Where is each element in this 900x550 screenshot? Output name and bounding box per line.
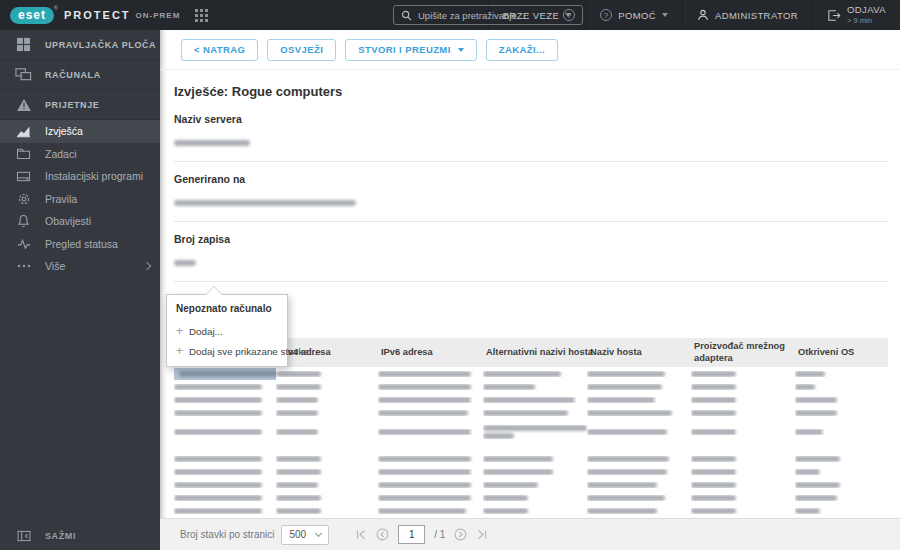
last-page-button[interactable] — [476, 529, 488, 540]
installers-icon — [15, 170, 32, 183]
pagination-bar: Broj stavki po stranici 500 1 / 1 — [160, 518, 900, 550]
chevron-down-icon — [315, 529, 322, 536]
redacted-value — [378, 410, 468, 416]
table-row[interactable] — [174, 478, 888, 491]
logout-button[interactable]: ODJAVA > 9 min — [812, 0, 900, 30]
redacted-value — [483, 469, 553, 475]
redacted-value — [378, 384, 471, 390]
collapse-icon — [15, 530, 32, 542]
first-page-button[interactable] — [355, 529, 367, 540]
table-cell — [795, 410, 888, 416]
refresh-button[interactable]: OSVJEŽI — [267, 39, 336, 61]
table-row[interactable] — [174, 419, 888, 445]
table-cell — [378, 469, 483, 475]
sidebar-item-obavijesti[interactable]: Obavijesti — [0, 210, 160, 233]
search-input[interactable]: Upišite za pretraživanje... ? — [393, 5, 583, 25]
table-cell — [276, 371, 378, 377]
table-cell — [587, 456, 691, 462]
table-cell — [483, 469, 587, 475]
table-row[interactable] — [174, 491, 888, 504]
redacted-value — [276, 410, 318, 416]
table-cell — [587, 495, 691, 501]
sidebar-spacer — [0, 278, 160, 523]
column-header[interactable]: Naziv hosta — [587, 344, 691, 362]
generate-download-button[interactable]: STVORI I PREUZMI — [345, 39, 476, 61]
table-cell — [276, 508, 378, 514]
redacted-value — [795, 508, 820, 514]
column-header[interactable]: Proizvođač mrežnog adaptera — [691, 338, 795, 367]
context-menu-title: Nepoznato računalo — [167, 303, 287, 321]
redacted-value — [691, 508, 736, 514]
top-bar: eset® PROTECT ON-PREM Upišite za pretraž… — [0, 0, 900, 30]
table-row[interactable] — [174, 406, 888, 419]
redacted-value — [795, 469, 820, 475]
redacted-value — [691, 495, 736, 501]
redacted-value — [174, 456, 262, 462]
table-cell — [174, 469, 276, 475]
table-row[interactable] — [174, 465, 888, 478]
table-row[interactable] — [174, 452, 888, 465]
next-page-button[interactable] — [454, 528, 467, 541]
sidebar-item-izvjesca[interactable]: Izvješća — [0, 120, 160, 143]
table-cell — [691, 456, 795, 462]
plus-icon: + — [176, 325, 183, 337]
chevron-down-icon — [662, 13, 668, 17]
column-header[interactable]: Alternativni nazivi hosta — [483, 344, 587, 362]
table-cell — [691, 508, 795, 514]
table-cell — [483, 410, 587, 416]
context-menu-item[interactable]: +Dodaj sve prikazane stavke... — [167, 341, 287, 361]
sidebar-item-vise[interactable]: Više — [0, 255, 160, 278]
back-button[interactable]: < NATRAG — [181, 39, 258, 61]
redacted-value — [483, 433, 514, 439]
column-header[interactable]: IPv6 adresa — [378, 344, 483, 362]
table-row[interactable] — [174, 380, 888, 393]
table-cell — [795, 469, 888, 475]
sidebar-collapse-button[interactable]: SAŽMI — [0, 522, 160, 550]
table-cell — [483, 495, 587, 501]
report-field: Generirano na — [174, 173, 888, 222]
help-label: POMOĆ — [618, 10, 656, 21]
sidebar-item-racunala[interactable]: RAČUNALA — [0, 60, 160, 90]
table-cell — [174, 410, 276, 416]
redacted-value — [378, 371, 471, 377]
context-menu-item[interactable]: +Dodaj... — [167, 321, 287, 341]
table-cell — [276, 456, 378, 462]
sidebar-item-upravljacka-ploca[interactable]: UPRAVLJAČKA PLOČA — [0, 30, 160, 60]
table-cell — [795, 482, 888, 488]
table-cell — [276, 482, 378, 488]
user-icon — [697, 9, 709, 21]
table-cell — [795, 384, 888, 390]
sidebar-item-instalacijski-programi[interactable]: Instalacijski programi — [0, 165, 160, 188]
toolbar: < NATRAG OSVJEŽI STVORI I PREUZMI ZAKAŽI… — [160, 30, 900, 70]
sidebar-item-prijetnje[interactable]: PRIJETNJE — [0, 90, 160, 120]
table-cell — [691, 384, 795, 390]
sidebar-item-pregled-statusa[interactable]: Pregled statusa — [0, 233, 160, 256]
sidebar-item-label: Pravila — [45, 193, 77, 205]
app-grid-icon[interactable] — [194, 8, 209, 23]
user-menu[interactable]: ADMINISTRATOR — [682, 0, 812, 30]
context-menu: Nepoznato računalo +Dodaj...+Dodaj sve p… — [166, 294, 288, 367]
redacted-value — [587, 371, 665, 377]
redacted-value — [483, 482, 538, 488]
schedule-button[interactable]: ZAKAŽI... — [486, 39, 558, 61]
search-help-icon[interactable]: ? — [563, 9, 575, 21]
page-number-input[interactable]: 1 — [398, 525, 425, 544]
column-header[interactable]: Otkriveni OS — [795, 344, 888, 362]
help-menu[interactable]: ? POMOĆ — [585, 0, 682, 30]
redacted-value — [174, 260, 196, 266]
table-cell — [587, 429, 691, 435]
app-window: eset® PROTECT ON-PREM Upišite za pretraž… — [0, 0, 900, 550]
table-cell — [587, 410, 691, 416]
table-cell — [795, 495, 888, 501]
table-row[interactable] — [174, 367, 888, 380]
sidebar-item-label: Instalacijski programi — [45, 170, 143, 182]
items-per-page-select[interactable]: 500 — [281, 525, 329, 545]
table-row[interactable] — [174, 393, 888, 406]
sidebar-item-pravila[interactable]: Pravila — [0, 188, 160, 211]
redacted-value — [378, 482, 471, 488]
logout-label: ODJAVA — [847, 4, 886, 16]
redacted-value — [174, 384, 262, 390]
table-row[interactable] — [174, 504, 888, 517]
previous-page-button[interactable] — [376, 528, 389, 541]
sidebar-item-zadaci[interactable]: Zadaci — [0, 143, 160, 166]
